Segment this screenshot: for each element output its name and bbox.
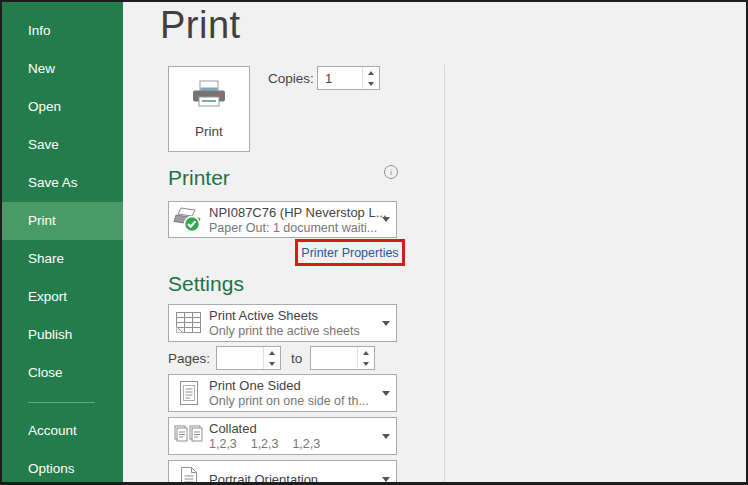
sidebar-item-share[interactable]: Share — [0, 240, 123, 278]
sidebar-item-publish[interactable]: Publish — [0, 316, 123, 354]
dropdown-subtitle: Only print the active sheets — [209, 324, 376, 339]
print-button-label: Print — [195, 124, 223, 139]
increment-button[interactable] — [264, 347, 280, 358]
window-edge — [0, 0, 2, 485]
arrow-up-icon — [368, 71, 374, 75]
copies-spinner — [362, 67, 379, 89]
red-annotation-box: Printer Properties — [295, 239, 405, 266]
arrow-up-icon — [269, 351, 275, 355]
printer-status-icon — [169, 207, 209, 233]
dropdown-arrow[interactable] — [376, 477, 396, 482]
arrow-up-icon — [363, 351, 369, 355]
pages-from-stepper[interactable] — [216, 346, 281, 370]
printer-icon — [190, 80, 228, 116]
dropdown-subtitle: 1,2,3 1,2,3 1,2,3 — [209, 437, 376, 452]
chevron-down-icon — [382, 477, 390, 482]
decrement-button[interactable] — [358, 358, 374, 369]
sidebar-item-print[interactable]: Print — [0, 202, 123, 240]
printer-section-heading: Printer — [168, 166, 230, 190]
copies-increment-button[interactable] — [363, 67, 379, 78]
print-pane: Print Print Copies: 1 Print — [123, 0, 748, 485]
pages-to-value[interactable] — [311, 347, 357, 369]
chevron-down-icon — [382, 217, 390, 222]
pages-label: Pages: — [168, 351, 210, 366]
print-what-dropdown[interactable]: Print Active Sheets Only print the activ… — [168, 304, 397, 342]
settings-section-heading: Settings — [168, 272, 244, 296]
sidebar-divider — [28, 402, 95, 403]
duplex-dropdown[interactable]: Print One Sided Only print on one side o… — [168, 374, 397, 412]
sidebar-item-save-as[interactable]: Save As — [0, 164, 123, 202]
sidebar-item-open[interactable]: Open — [0, 88, 123, 126]
dropdown-text: Print One Sided Only print on one side o… — [209, 377, 376, 409]
dropdown-title: Print One Sided — [209, 378, 376, 394]
backstage-sidebar: Info New Open Save Save As Print Share E… — [0, 0, 123, 485]
printer-name: NPI087C76 (HP Neverstop L... — [209, 205, 376, 221]
collated-icon — [169, 424, 209, 448]
dropdown-arrow[interactable] — [376, 434, 396, 439]
sidebar-item-info[interactable]: Info — [0, 12, 123, 50]
sidebar-item-account[interactable]: Account — [0, 412, 123, 450]
chevron-down-icon — [382, 321, 390, 326]
sidebar-item-close[interactable]: Close — [0, 354, 123, 392]
sidebar-item-new[interactable]: New — [0, 50, 123, 88]
arrow-down-icon — [269, 362, 275, 366]
dropdown-text: Print Active Sheets Only print the activ… — [209, 307, 376, 339]
print-button[interactable]: Print — [168, 66, 250, 152]
decrement-button[interactable] — [264, 358, 280, 369]
copies-decrement-button[interactable] — [363, 78, 379, 89]
active-sheets-icon — [169, 311, 209, 335]
increment-button[interactable] — [358, 347, 374, 358]
sidebar-item-options[interactable]: Options — [0, 450, 123, 485]
chevron-down-icon — [382, 434, 390, 439]
pages-from-value[interactable] — [217, 347, 263, 369]
one-sided-icon — [169, 380, 209, 406]
page-title: Print — [160, 4, 241, 47]
dropdown-arrow[interactable] — [376, 321, 396, 326]
pages-to-label: to — [291, 351, 302, 366]
dropdown-title: Collated — [209, 421, 376, 437]
arrow-down-icon — [368, 82, 374, 86]
info-icon[interactable]: i — [384, 165, 398, 179]
copies-stepper[interactable]: 1 — [317, 66, 380, 90]
printer-dropdown-text: NPI087C76 (HP Neverstop L... Paper Out: … — [209, 204, 376, 236]
dropdown-subtitle: Only print on one side of th... — [209, 394, 376, 409]
printer-select-dropdown[interactable]: NPI087C76 (HP Neverstop L... Paper Out: … — [168, 201, 397, 238]
collation-dropdown[interactable]: Collated 1,2,3 1,2,3 1,2,3 — [168, 417, 397, 455]
copies-label: Copies: — [268, 71, 314, 86]
window-edge — [0, 0, 748, 2]
copies-value[interactable]: 1 — [318, 67, 362, 89]
chevron-down-icon — [382, 391, 390, 396]
pages-to-spinner — [357, 347, 374, 369]
dropdown-arrow[interactable] — [376, 391, 396, 396]
excel-backstage-print-view: Info New Open Save Save As Print Share E… — [0, 0, 748, 485]
sidebar-item-export[interactable]: Export — [0, 278, 123, 316]
dropdown-text: Collated 1,2,3 1,2,3 1,2,3 — [209, 420, 376, 452]
dropdown-title: Print Active Sheets — [209, 308, 376, 324]
pages-to-stepper[interactable] — [310, 346, 375, 370]
sidebar-item-save[interactable]: Save — [0, 126, 123, 164]
preview-divider — [444, 65, 445, 485]
arrow-down-icon — [363, 362, 369, 366]
printer-status-text: Paper Out: 1 document waiti... — [209, 221, 376, 236]
printer-properties-link[interactable]: Printer Properties — [301, 246, 398, 260]
printer-dropdown-arrow[interactable] — [376, 217, 396, 222]
pages-from-spinner — [263, 347, 280, 369]
